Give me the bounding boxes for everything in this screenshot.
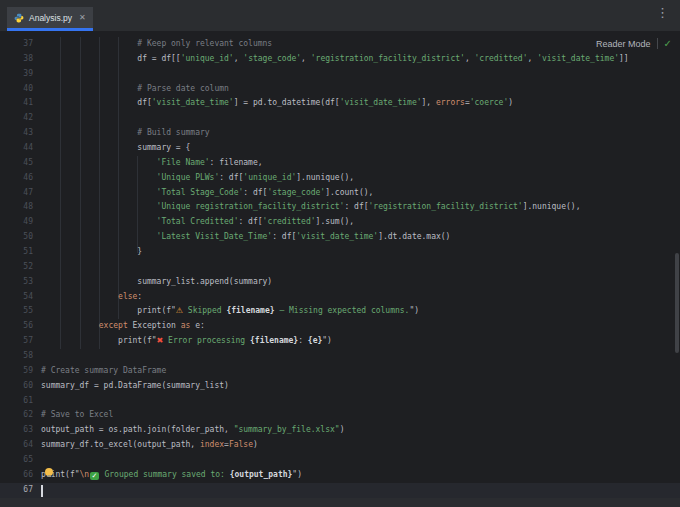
line-number[interactable]: 39 — [0, 67, 33, 82]
reader-mode-check-icon[interactable]: ✓ — [664, 38, 672, 49]
line-number[interactable]: 51 — [0, 245, 33, 260]
code-line-41[interactable]: 41 df['visit_date_time'] = pd.to_datetim… — [0, 96, 680, 111]
line-number[interactable]: 67 — [0, 483, 33, 498]
code-line-43[interactable]: 43 # Build summary — [0, 126, 680, 141]
code-text: except Exception as e: — [41, 319, 205, 334]
line-number[interactable]: 66 — [0, 468, 33, 483]
code-token: 'unique_id' — [243, 173, 296, 182]
line-number[interactable]: 60 — [0, 379, 33, 394]
code-token: # Create summary DataFrame — [41, 366, 166, 375]
code-line-38[interactable]: 38 df = df[['unique_id', 'stage_code', '… — [0, 52, 680, 67]
code-line-67[interactable]: 67 — [0, 483, 680, 498]
line-number[interactable]: 62 — [0, 408, 33, 423]
divider — [657, 38, 658, 49]
intention-bulb-icon[interactable] — [45, 468, 53, 476]
line-number[interactable]: 43 — [0, 126, 33, 141]
line-number[interactable]: 49 — [0, 215, 33, 230]
code-line-53[interactable]: 53 summary_list.append(summary) — [0, 275, 680, 290]
line-number[interactable]: 48 — [0, 200, 33, 215]
code-line-47[interactable]: 47 'Total Stage_Code': df['stage_code'].… — [0, 186, 680, 201]
code-token: else — [118, 292, 137, 301]
code-line-44[interactable]: 44 summary = { — [0, 141, 680, 156]
line-number[interactable]: 38 — [0, 52, 33, 67]
code-token: Exception — [128, 321, 181, 330]
code-line-56[interactable]: 56 except Exception as e: — [0, 319, 680, 334]
code-token: 'visit_date_time' — [296, 232, 378, 241]
code-line-57[interactable]: 57 print(f"✖ Error processing {filename}… — [0, 334, 680, 349]
code-text: print(f"⚠ Skipped {filename} — Missing e… — [41, 304, 419, 319]
code-line-65[interactable]: 65 — [0, 453, 680, 468]
vertical-scrollbar[interactable] — [675, 253, 679, 353]
code-token: "summary_by_file.xlsx" — [234, 425, 340, 434]
code-text: summary_list.append(summary) — [41, 275, 272, 290]
close-icon[interactable]: ✕ — [79, 13, 86, 22]
code-line-54[interactable]: 54 else: — [0, 290, 680, 305]
line-number[interactable]: 50 — [0, 230, 33, 245]
code-token: # Keep only relevant columns — [137, 39, 272, 48]
code-line-51[interactable]: 51 } — [0, 245, 680, 260]
code-line-62[interactable]: 62# Save to Excel — [0, 408, 680, 423]
line-number[interactable]: 45 — [0, 156, 33, 171]
code-line-64[interactable]: 64summary_df.to_excel(output_path, index… — [0, 438, 680, 453]
line-number[interactable]: 64 — [0, 438, 33, 453]
code-line-63[interactable]: 63output_path = os.path.join(folder_path… — [0, 423, 680, 438]
code-token: summary_list.append(summary) — [137, 277, 272, 286]
line-number[interactable]: 46 — [0, 171, 33, 186]
code-line-59[interactable]: 59# Create summary DataFrame — [0, 364, 680, 379]
code-line-55[interactable]: 55 print(f"⚠ Skipped {filename} — Missin… — [0, 304, 680, 319]
code-line-50[interactable]: 50 'Latest Visit_Date_Time': df['visit_d… — [0, 230, 680, 245]
python-icon — [14, 13, 24, 23]
line-number[interactable]: 53 — [0, 275, 33, 290]
code-text: 'Total Stage_Code': df['stage_code'].cou… — [41, 186, 373, 201]
editor-pane[interactable]: 37 # Keep only relevant columns38 df = d… — [0, 31, 680, 507]
code-token: ") — [322, 336, 332, 345]
code-line-49[interactable]: 49 'Total Creditted': df['creditted'].su… — [0, 215, 680, 230]
code-token: : df[ — [219, 173, 243, 182]
code-token: : — [298, 336, 308, 345]
line-number[interactable]: 59 — [0, 364, 33, 379]
line-number[interactable]: 58 — [0, 349, 33, 364]
line-number[interactable]: 37 — [0, 37, 33, 52]
line-number[interactable]: 55 — [0, 304, 33, 319]
line-number[interactable]: 57 — [0, 334, 33, 349]
code-token: 'visit_date_time' — [152, 98, 234, 107]
code-line-60[interactable]: 60summary_df = pd.DataFrame(summary_list… — [0, 379, 680, 394]
line-number[interactable]: 47 — [0, 186, 33, 201]
line-number[interactable]: 41 — [0, 96, 33, 111]
code-line-46[interactable]: 46 'Unique PLWs': df['unique_id'].nuniqu… — [0, 171, 680, 186]
code-line-45[interactable]: 45 'File Name': filename, — [0, 156, 680, 171]
code-line-52[interactable]: 52 — [0, 260, 680, 275]
code-token: \n — [80, 470, 90, 479]
line-number[interactable]: 42 — [0, 111, 33, 126]
code-token: summary = { — [137, 143, 190, 152]
code-line-42[interactable]: 42 — [0, 111, 680, 126]
line-number[interactable]: 40 — [0, 82, 33, 97]
code-line-61[interactable]: 61 — [0, 394, 680, 409]
code-line-48[interactable]: 48 'Unique registration_facility_distric… — [0, 200, 680, 215]
code-token: Grouped summary saved to: — [100, 470, 230, 479]
code-token: ) — [253, 440, 258, 449]
code-token: {filename} — [226, 306, 274, 315]
line-number[interactable]: 63 — [0, 423, 33, 438]
line-number[interactable]: 54 — [0, 290, 33, 305]
code-line-37[interactable]: 37 # Keep only relevant columns — [0, 37, 680, 52]
tab-analysis-py[interactable]: Analysis.py ✕ — [7, 7, 93, 28]
warning-emoji: ⚠ — [176, 306, 183, 315]
code-text: # Save to Excel — [41, 408, 113, 423]
code-token: # Save to Excel — [41, 410, 113, 419]
line-number[interactable]: 52 — [0, 260, 33, 275]
editor-tab-bar: Analysis.py ✕ ⋮ — [0, 0, 680, 31]
code-token: index — [200, 440, 224, 449]
code-line-39[interactable]: 39 — [0, 67, 680, 82]
line-number[interactable]: 44 — [0, 141, 33, 156]
line-number[interactable]: 56 — [0, 319, 33, 334]
code-line-58[interactable]: 58 — [0, 349, 680, 364]
code-line-66[interactable]: 66print(f"\n✓ Grouped summary saved to: … — [0, 468, 680, 483]
code-text: else: — [41, 290, 142, 305]
code-line-40[interactable]: 40 # Parse date column — [0, 82, 680, 97]
code-token: — Missing expected columns. — [275, 306, 410, 315]
line-number[interactable]: 61 — [0, 394, 33, 409]
more-options-icon[interactable]: ⋮ — [656, 6, 669, 19]
line-number[interactable]: 65 — [0, 453, 33, 468]
code-text: 'Total Creditted': df['creditted'].sum()… — [41, 215, 354, 230]
